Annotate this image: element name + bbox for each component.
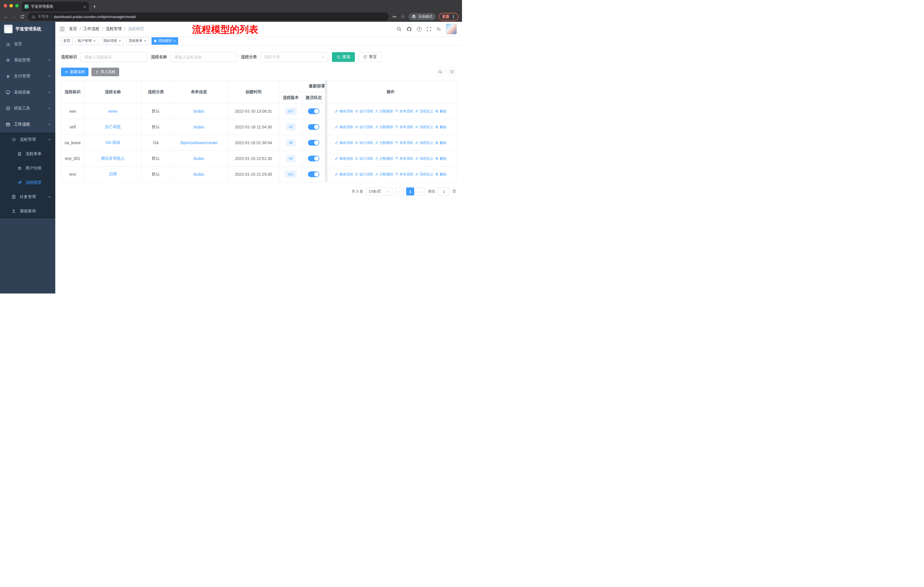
sidebar-item-process-model[interactable]: 流程模型 — [0, 175, 55, 190]
next-page-button[interactable]: › — [417, 187, 425, 195]
form-info-link[interactable]: biubiu — [194, 125, 204, 129]
breadcrumb-workflow[interactable]: 工作流程 — [83, 26, 99, 31]
action-publish-process[interactable]: 发布流程 — [395, 125, 413, 129]
create-process-button[interactable]: 新建流程 — [61, 68, 89, 76]
action-assign-rules[interactable]: 分配规则 — [375, 125, 393, 129]
process-name-input[interactable] — [170, 52, 237, 62]
tag-tenant-management[interactable]: 租户管理 × — [75, 37, 98, 45]
action-publish-process[interactable]: 发布流程 — [395, 141, 413, 146]
version-badge[interactable]: v17 — [285, 108, 297, 115]
active-toggle[interactable] — [308, 140, 319, 146]
tag-home[interactable]: 首页 — [61, 37, 73, 45]
zoom-window-button[interactable] — [15, 4, 19, 7]
reset-button[interactable]: 重置 — [359, 52, 381, 62]
action-process-definition[interactable]: 流程定义 — [415, 156, 433, 161]
process-name-link[interactable]: 自己审批 — [105, 124, 121, 129]
sidebar-item-system[interactable]: 系统管理 — [0, 52, 55, 68]
sidebar-item-payment[interactable]: ¥ 支付管理 — [0, 68, 55, 84]
import-process-button[interactable]: 导入流程 — [91, 68, 119, 76]
action-process-definition[interactable]: 流程定义 — [415, 109, 433, 114]
form-info-link[interactable]: /bpm/oa/leave/create — [180, 141, 218, 145]
new-tab-button[interactable]: + — [93, 3, 96, 10]
show-search-button[interactable] — [436, 68, 444, 76]
version-badge[interactable]: v21 — [285, 171, 297, 178]
fullscreen-icon[interactable] — [426, 26, 431, 31]
action-delete[interactable]: 删除 — [435, 109, 446, 114]
search-icon[interactable] — [396, 26, 402, 31]
action-design-process[interactable]: 设计流程 — [355, 156, 373, 161]
action-design-process[interactable]: 设计流程 — [355, 109, 373, 114]
action-assign-rules[interactable]: 分配规则 — [375, 141, 393, 146]
process-name-link[interactable]: OA 请假 — [106, 140, 120, 145]
user-avatar[interactable] — [446, 23, 457, 35]
version-badge[interactable]: v4 — [286, 155, 295, 162]
action-edit-process[interactable]: 修改流程 — [335, 156, 353, 161]
minimize-window-button[interactable] — [10, 4, 13, 7]
action-delete[interactable]: 删除 — [435, 156, 446, 161]
version-badge[interactable]: v5 — [286, 139, 295, 146]
process-category-select[interactable]: 流程分类 — [261, 52, 328, 62]
tag-close-icon[interactable]: × — [144, 39, 146, 43]
breadcrumb-process-management[interactable]: 流程管理 — [106, 26, 122, 31]
process-name-link[interactable]: 测试多审批人 — [101, 156, 125, 160]
tag-close-icon[interactable]: × — [119, 39, 121, 43]
tag-close-icon[interactable]: × — [93, 39, 96, 43]
process-name-link[interactable]: eeee — [108, 109, 117, 114]
tag-process-form[interactable]: 流程表单 × — [126, 37, 149, 45]
tag-close-icon[interactable]: × — [173, 39, 176, 43]
active-toggle[interactable] — [308, 124, 319, 130]
sidebar-item-infrastructure[interactable]: 基础设施 — [0, 84, 55, 100]
action-delete[interactable]: 删除 — [435, 172, 446, 177]
process-name-link[interactable]: 滔博 — [109, 172, 117, 176]
action-design-process[interactable]: 设计流程 — [355, 141, 373, 146]
sidebar-item-home[interactable]: 首页 — [0, 36, 55, 52]
close-window-button[interactable] — [4, 4, 7, 7]
action-edit-process[interactable]: 修改流程 — [335, 172, 353, 177]
sidebar-item-process-form[interactable]: 流程表单 — [0, 147, 55, 161]
action-design-process[interactable]: 设计流程 — [355, 125, 373, 129]
form-info-link[interactable]: biubiu — [194, 109, 204, 114]
back-icon[interactable]: ← — [3, 14, 8, 19]
page-size-select[interactable]: 10条/页 — [366, 187, 393, 195]
font-size-icon[interactable] — [436, 26, 441, 31]
sidebar-item-task-management[interactable]: 任务管理 — [0, 190, 55, 204]
action-design-process[interactable]: 设计流程 — [355, 172, 373, 177]
action-assign-rules[interactable]: 分配规则 — [375, 156, 393, 161]
sidebar-item-process-management[interactable]: 流程管理 — [0, 132, 55, 147]
action-edit-process[interactable]: 修改流程 — [335, 141, 353, 146]
help-icon[interactable]: ? — [417, 26, 422, 31]
current-page-button[interactable]: 1 — [406, 187, 414, 195]
github-icon[interactable] — [406, 26, 412, 32]
tag-process-model[interactable]: 流程模型 × — [152, 37, 178, 45]
tag-my-process[interactable]: 我的流程 × — [101, 37, 124, 45]
update-browser-button[interactable]: 更新 ⋮ — [439, 13, 459, 21]
active-toggle[interactable] — [308, 171, 319, 177]
action-edit-process[interactable]: 修改流程 — [335, 125, 353, 129]
browser-menu-icon[interactable]: ⋮ — [451, 14, 455, 19]
password-key-icon[interactable] — [392, 14, 397, 19]
sidebar-item-devtools[interactable]: 研发工具 — [0, 100, 55, 116]
action-assign-rules[interactable]: 分配规则 — [375, 109, 393, 114]
action-process-definition[interactable]: 流程定义 — [415, 141, 433, 146]
sidebar-item-workflow[interactable]: 工作流程 — [0, 116, 55, 132]
forward-icon[interactable]: → — [12, 14, 17, 19]
breadcrumb-home[interactable]: 首页 — [69, 26, 77, 31]
sidebar-item-user-group[interactable]: 用户分组 — [0, 161, 55, 175]
refresh-table-button[interactable] — [448, 68, 456, 76]
version-badge[interactable]: v2 — [286, 124, 295, 131]
action-publish-process[interactable]: 发布流程 — [395, 109, 413, 114]
prev-page-button[interactable]: ‹ — [395, 187, 403, 195]
action-process-definition[interactable]: 流程定义 — [415, 172, 433, 177]
sidebar-item-leave-query[interactable]: 请假查询 — [0, 204, 55, 218]
form-info-link[interactable]: biubiu — [194, 156, 204, 161]
action-publish-process[interactable]: 发布流程 — [395, 156, 413, 161]
search-button[interactable]: 搜索 — [332, 52, 355, 62]
reload-icon[interactable] — [20, 14, 25, 19]
action-edit-process[interactable]: 修改流程 — [335, 109, 353, 114]
active-toggle[interactable] — [308, 108, 319, 114]
tab-close-icon[interactable]: × — [83, 5, 86, 9]
goto-page-input[interactable] — [438, 187, 450, 195]
process-id-input[interactable] — [81, 52, 147, 62]
action-publish-process[interactable]: 发布流程 — [395, 172, 413, 177]
address-bar[interactable]: 不安全 dashboard.yudao.iocoder.cn/bpm/manag… — [28, 13, 389, 21]
